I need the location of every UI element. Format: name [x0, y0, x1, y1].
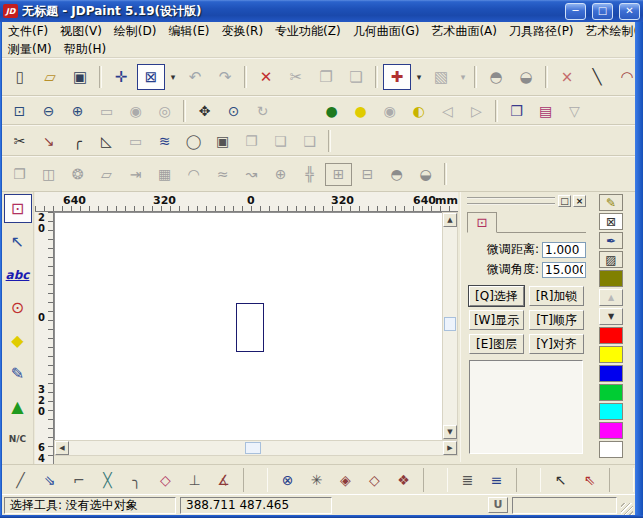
snap-perpendicular-button[interactable]: ⊥: [182, 468, 207, 492]
axis-move-button[interactable]: ✚: [383, 64, 411, 90]
pan-view-button[interactable]: ✥: [191, 99, 218, 122]
surface-cup-button[interactable]: ◒: [512, 64, 540, 90]
menu-art-draw[interactable]: 艺术绘制(Y): [580, 22, 643, 40]
selection-mode-button[interactable]: ⊠: [137, 64, 165, 90]
scroll-down-button[interactable]: ▼: [443, 425, 457, 439]
order-button[interactable]: [T]顺序: [529, 310, 584, 330]
panel-maximize-button[interactable]: □: [558, 195, 571, 207]
layer-button[interactable]: [E]图层: [469, 334, 524, 354]
menu-toolpath[interactable]: 刀具路径(P): [503, 22, 580, 40]
scroll-up-button[interactable]: ▲: [443, 213, 457, 227]
toggle-light-button[interactable]: ◐: [405, 99, 432, 122]
select-mode-button[interactable]: [Q]选择: [469, 286, 524, 306]
menu-file[interactable]: 文件(F): [2, 22, 54, 40]
panel-close-button[interactable]: ×: [573, 195, 586, 207]
selection-mode-dropdown[interactable]: ▾: [167, 64, 179, 90]
snap-endpoint-button[interactable]: ╱: [8, 468, 33, 492]
zoom-in-button[interactable]: ⊕: [64, 99, 91, 122]
remove-point-button[interactable]: ⇖: [577, 468, 602, 492]
menu-view[interactable]: 视图(V): [54, 22, 108, 40]
light-green-button[interactable]: ●: [318, 99, 345, 122]
pen-color-button[interactable]: ✎: [599, 194, 623, 211]
relief-tool-button[interactable]: ▲: [4, 392, 32, 421]
light-yellow-button[interactable]: ●: [347, 99, 374, 122]
snap-axis-button[interactable]: ✳: [304, 468, 329, 492]
menu-help[interactable]: 帮助(H): [58, 40, 112, 58]
draw-point-button[interactable]: ×: [553, 64, 581, 90]
align-button[interactable]: [Y]对齐: [529, 334, 584, 354]
node-edit-tool-button[interactable]: ↖: [4, 227, 32, 256]
menu-pro-functions[interactable]: 专业功能(Z): [269, 22, 347, 40]
swatch-blue[interactable]: [599, 365, 623, 382]
nudge-distance-input[interactable]: [542, 242, 586, 258]
swatch-magenta[interactable]: [599, 422, 623, 439]
snap-tangent-button[interactable]: ∡: [211, 468, 236, 492]
open-file-button[interactable]: ▱: [36, 64, 64, 90]
panel-grip[interactable]: [467, 197, 555, 205]
draw-line-button[interactable]: ╲: [583, 64, 611, 90]
delete-button[interactable]: ✕: [252, 64, 280, 90]
vertical-scroll-thumb[interactable]: [444, 317, 456, 331]
layer-manager-button[interactable]: ❒: [503, 99, 530, 122]
brush-tool-button[interactable]: ✎: [4, 359, 32, 388]
snap-arc-corner-button[interactable]: ╮: [124, 468, 149, 492]
nc-tool-button[interactable]: N/C: [4, 425, 32, 454]
resize-grip[interactable]: [621, 503, 633, 515]
ellipse-tool-button[interactable]: ◯: [180, 129, 207, 152]
fill-color-tool-button[interactable]: ◆: [4, 326, 32, 355]
menu-draw[interactable]: 绘制(D): [108, 22, 163, 40]
lock-button[interactable]: [R]加锁: [529, 286, 584, 306]
swatch-green[interactable]: [599, 384, 623, 401]
text-tool-button[interactable]: abc: [4, 260, 32, 289]
fillet-button[interactable]: ╭: [64, 129, 91, 152]
snap-center-button[interactable]: ⊗: [275, 468, 300, 492]
drawn-rectangle[interactable]: [236, 303, 264, 352]
zoom-out-button[interactable]: ⊖: [35, 99, 62, 122]
pattern-fill-button[interactable]: ▨: [599, 251, 623, 268]
horizontal-scroll-thumb[interactable]: [245, 442, 261, 454]
snap-grid-center-button[interactable]: ❖: [391, 468, 416, 492]
panel-empty-list[interactable]: [469, 360, 583, 454]
swatch-yellow[interactable]: [599, 346, 623, 363]
tab-selection[interactable]: ⊡: [467, 212, 497, 233]
select-tool-button[interactable]: ⊡: [4, 194, 32, 223]
unit-toggle-button[interactable]: U: [488, 497, 508, 513]
swatch-red[interactable]: [599, 327, 623, 344]
crosshair-origin-button[interactable]: ✛: [107, 64, 135, 90]
scroll-right-button[interactable]: ▶: [443, 441, 457, 455]
save-button[interactable]: ▣: [66, 64, 94, 90]
menu-measure[interactable]: 测量(M): [2, 40, 58, 58]
snap-corner-button[interactable]: ⌐: [66, 468, 91, 492]
scroll-left-button[interactable]: ◀: [55, 441, 69, 455]
axis-move-dropdown[interactable]: ▾: [413, 64, 425, 90]
swatch-white[interactable]: [599, 441, 623, 458]
menu-geometric-surface[interactable]: 几何曲面(G): [347, 22, 426, 40]
minimize-button[interactable]: ─: [565, 3, 586, 20]
shape-warp-tool-button[interactable]: ⊙: [4, 293, 32, 322]
layer-list-button[interactable]: ▤: [532, 99, 559, 122]
color-picker-button[interactable]: ✒: [599, 232, 623, 249]
menu-edit[interactable]: 编辑(E): [162, 22, 215, 40]
snap-cross-button[interactable]: ╳: [95, 468, 120, 492]
zoom-actual-size-button[interactable]: ⊙: [220, 99, 247, 122]
nudge-angle-input[interactable]: [542, 262, 586, 278]
extend-curve-button[interactable]: ≋: [151, 129, 178, 152]
drawing-canvas[interactable]: [54, 212, 442, 440]
offset-curve-button[interactable]: ▣: [209, 129, 236, 152]
menu-transform[interactable]: 变换(R): [215, 22, 269, 40]
chamfer-button[interactable]: ◺: [93, 129, 120, 152]
display-button[interactable]: [W]显示: [469, 310, 524, 330]
surface-dome-button[interactable]: ◓: [482, 64, 510, 90]
new-document-button[interactable]: ▯: [6, 64, 34, 90]
snap-quadrant-button[interactable]: ◇: [153, 468, 178, 492]
menu-art-surface[interactable]: 艺术曲面(A): [425, 22, 503, 40]
snap-grid-button[interactable]: ◇: [362, 468, 387, 492]
pick-point-button[interactable]: ↖: [548, 468, 573, 492]
close-button[interactable]: ✕: [619, 3, 640, 20]
maximize-button[interactable]: □: [592, 3, 613, 20]
snap-grid-45-button[interactable]: ◈: [333, 468, 358, 492]
vertical-scrollbar[interactable]: ▲ ▼: [442, 212, 458, 440]
no-color-button[interactable]: ⊠: [599, 213, 623, 230]
swatch-cyan[interactable]: [599, 403, 623, 420]
cut-curve-button[interactable]: ✂: [6, 129, 33, 152]
